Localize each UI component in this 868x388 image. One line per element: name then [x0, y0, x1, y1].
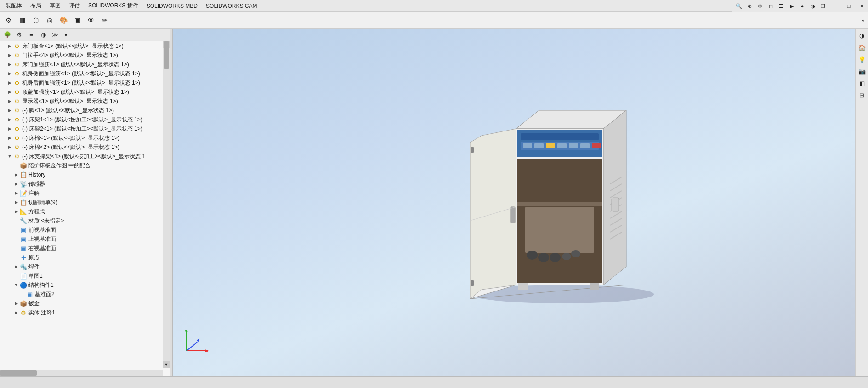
- config-tab[interactable]: ≡: [26, 30, 37, 40]
- table-icon[interactable]: ▦: [16, 14, 28, 27]
- menu-item[interactable]: 装配体: [2, 0, 26, 11]
- toolbar-more-button[interactable]: »: [860, 17, 866, 24]
- tool1-icon[interactable]: ⚙: [755, 1, 765, 11]
- tree-arrow[interactable]: ▶: [6, 53, 13, 57]
- tree-item[interactable]: ▣基准面2: [0, 290, 170, 299]
- assembly-icon[interactable]: ⚙: [2, 14, 15, 27]
- tree-scroll-x-thumb[interactable]: [0, 370, 37, 376]
- tree-arrow[interactable]: ▶: [6, 80, 13, 85]
- tree-item[interactable]: ▶📝注解: [0, 188, 170, 198]
- tree-item[interactable]: ▶⚙床门加强筋<1> (默认<<默认>_显示状态 1>): [0, 60, 170, 69]
- properties-tab[interactable]: ⚙: [14, 30, 25, 40]
- tree-scroll-thumb[interactable]: [164, 41, 169, 69]
- tree-arrow[interactable]: ▶: [6, 71, 13, 76]
- close-button[interactable]: ✕: [855, 0, 868, 12]
- scroll-down-arrow[interactable]: ▼: [163, 361, 170, 368]
- tree-item[interactable]: 📄草图1: [0, 271, 170, 280]
- tree-item[interactable]: 🔧材质 <未指定>: [0, 216, 170, 225]
- section-icon[interactable]: ⊟: [857, 90, 867, 100]
- tree-item[interactable]: ▶⚙显示器<1> (默认<<默认>_显示状态 1>): [0, 97, 170, 106]
- menu-item[interactable]: SOLIDWORKS 插件: [85, 0, 142, 11]
- tree-item[interactable]: ▶⚙门拉手<4> (默认<<默认>_显示状态 1>): [0, 51, 170, 60]
- menu-item[interactable]: SOLIDWORKS MBD: [143, 1, 201, 11]
- color-icon[interactable]: 🎨: [57, 14, 70, 27]
- tree-item[interactable]: 📦陪护床板金作图 中的配合: [0, 161, 170, 170]
- tree-item[interactable]: ▶📡传感器: [0, 179, 170, 188]
- sphere-icon[interactable]: ●: [798, 1, 807, 11]
- appearance-icon[interactable]: ◑: [857, 30, 867, 40]
- tree-item[interactable]: ▶⚙(-) 床棉<1> (默认<<默认>_显示状态 1>): [0, 133, 170, 143]
- menu-item[interactable]: 评估: [65, 0, 84, 11]
- tree-item[interactable]: ▶⚙床门板金<1> (默认<<默认>_显示状态 1>): [0, 41, 170, 51]
- tree-arrow[interactable]: ▶: [6, 108, 13, 113]
- box-icon[interactable]: ◻: [766, 1, 775, 11]
- tree-item[interactable]: ▶📦钣金: [0, 299, 170, 308]
- tree-arrow[interactable]: ▶: [6, 99, 13, 103]
- svg-rect-10: [557, 143, 567, 148]
- tree-item[interactable]: ▶⚙(-) 脚<1> (默认<<默认>_显示状态 1>): [0, 106, 170, 115]
- tree-item[interactable]: ▶⚙顶盖加强筋<1> (默认<<默认>_显示状态 1>): [0, 87, 170, 97]
- component-icon[interactable]: ⬡: [29, 14, 42, 27]
- tree-item[interactable]: ▶⚙(-) 床架2<1> (默认<按加工><默认>_显示状态 1>): [0, 124, 170, 133]
- circle-icon[interactable]: ◎: [43, 14, 56, 27]
- view-icon[interactable]: 👁: [85, 14, 97, 27]
- feature-tree-tab[interactable]: 🌳: [2, 30, 13, 40]
- tree-item[interactable]: ▶📐方程式: [0, 207, 170, 216]
- minimize-button[interactable]: ─: [829, 0, 842, 12]
- display-tab[interactable]: ◑: [38, 30, 49, 40]
- tree-scrollbar-vertical[interactable]: ▲ ▼: [163, 41, 170, 368]
- tree-arrow[interactable]: ▶: [13, 209, 19, 214]
- palette-icon[interactable]: ◑: [808, 1, 817, 11]
- menu-item[interactable]: 草图: [46, 0, 64, 11]
- tree-item[interactable]: ▼⚙(-) 床支撑架<1> (默认<按加工><默认>_显示状态 1: [0, 152, 170, 161]
- rect-icon[interactable]: ▣: [71, 14, 84, 27]
- tree-item[interactable]: ▶🔩焊件: [0, 262, 170, 271]
- tree-item[interactable]: ▶⚙实体 注释1: [0, 308, 170, 317]
- viewport[interactable]: X Y Z: [173, 29, 855, 376]
- tree-arrow[interactable]: ▶: [13, 301, 19, 306]
- tree-arrow[interactable]: ▶: [6, 44, 13, 48]
- search-icon[interactable]: 🔍: [734, 1, 743, 11]
- edit-icon[interactable]: ✏: [98, 14, 111, 27]
- tree-item[interactable]: ▼🔵结构构件1: [0, 280, 170, 290]
- tree-arrow[interactable]: ▶: [13, 182, 19, 186]
- tree-item[interactable]: ▣右视基准面: [0, 244, 170, 253]
- tree-arrow[interactable]: ▶: [6, 136, 13, 140]
- tree-arrow[interactable]: ▶: [13, 310, 19, 315]
- pointer-icon[interactable]: ⊕: [745, 1, 754, 11]
- tree-item[interactable]: ▶⚙机身后面加强筋<1> (默认<<默认>_显示状态 1>): [0, 78, 170, 87]
- tree-arrow[interactable]: ▶: [6, 90, 13, 94]
- tree-arrow[interactable]: ▶: [6, 117, 13, 122]
- tree-item[interactable]: ▶⚙(-) 床棉<2> (默认<<默认>_显示状态 1>): [0, 143, 170, 152]
- menu-item[interactable]: SOLIDWORKS CAM: [202, 1, 261, 11]
- tree-item[interactable]: ✚原点: [0, 253, 170, 262]
- tree-item[interactable]: ▶📋History: [0, 170, 170, 179]
- tree-item[interactable]: ▶⚙(-) 床架1<1> (默认<按加工><默认>_显示状态 1>): [0, 115, 170, 124]
- arrow-icon[interactable]: ▶: [787, 1, 796, 11]
- tree-arrow[interactable]: ▶: [13, 191, 19, 195]
- tree-content[interactable]: ▶⚙床门板金<1> (默认<<默认>_显示状态 1>)▶⚙门拉手<4> (默认<…: [0, 41, 170, 376]
- maximize-button[interactable]: □: [842, 0, 855, 12]
- tree-arrow[interactable]: ▼: [6, 154, 13, 159]
- lighting-icon[interactable]: 💡: [857, 54, 867, 64]
- tree-arrow[interactable]: ▶: [13, 264, 19, 269]
- tree-item[interactable]: ▣上视基准面: [0, 234, 170, 244]
- tree-item[interactable]: ▶📋切割清单(9): [0, 198, 170, 207]
- tree-item[interactable]: ▶⚙机身侧面加强筋<1> (默认<<默认>_显示状态 1>): [0, 69, 170, 78]
- filter-icon[interactable]: ▼: [62, 31, 70, 39]
- restore-button[interactable]: ❐: [817, 0, 829, 12]
- tree-arrow[interactable]: ▶: [13, 200, 19, 205]
- tree-arrow[interactable]: ▶: [6, 62, 13, 67]
- more-tab[interactable]: ≫: [50, 30, 61, 40]
- tree-item[interactable]: ▣前视基准面: [0, 225, 170, 234]
- menu-item[interactable]: 布局: [27, 0, 45, 11]
- camera-icon[interactable]: 📷: [857, 66, 867, 76]
- tree-arrow[interactable]: ▶: [6, 145, 13, 149]
- menu2-icon[interactable]: ☰: [777, 1, 786, 11]
- tree-arrow[interactable]: ▶: [6, 126, 13, 131]
- scene-icon[interactable]: 🏠: [857, 42, 867, 52]
- tree-arrow[interactable]: ▶: [13, 172, 19, 177]
- tree-arrow[interactable]: ▼: [13, 283, 19, 287]
- tree-scrollbar-horizontal[interactable]: [0, 370, 163, 376]
- display-settings-icon[interactable]: ◧: [857, 78, 867, 88]
